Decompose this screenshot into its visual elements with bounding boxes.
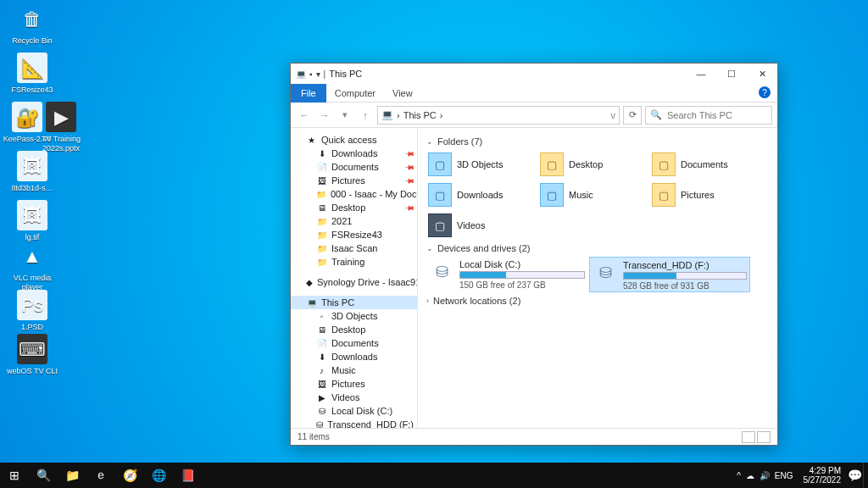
desktop-icon[interactable]: ▶TV Training 2022s.pptx <box>34 102 88 153</box>
tray-icon[interactable]: ^ <box>737 471 741 480</box>
nav-item[interactable]: ★Quick access <box>291 133 417 147</box>
tab-computer[interactable]: Computer <box>326 86 384 101</box>
group-label: Folders (7) <box>437 136 482 147</box>
tab-file[interactable]: File <box>291 84 326 103</box>
nav-item[interactable]: 📄Documents <box>291 336 417 350</box>
nav-item[interactable]: ⛁Transcend_HDD (F:) <box>291 418 417 428</box>
desktop-icon[interactable]: ⌨webOS TV CLI <box>5 334 59 376</box>
drive-free-space: 150 GB free of 237 GB <box>459 280 585 290</box>
search-box[interactable]: 🔍 <box>645 106 772 125</box>
content-pane[interactable]: ⌄Folders (7)▢3D Objects▢Desktop▢Document… <box>418 128 777 428</box>
folder-tile[interactable]: ▢Music <box>538 180 648 209</box>
tab-view[interactable]: View <box>384 86 421 101</box>
desktop-icon[interactable]: 📐FSResize43 <box>5 53 59 95</box>
nav-item[interactable]: 🖥Desktop📌 <box>291 201 417 214</box>
folder-tile[interactable]: ▢3D Objects <box>426 150 537 179</box>
taskbar-app-button[interactable]: 🔍 <box>29 463 58 488</box>
folder-tile[interactable]: ▢Desktop <box>538 150 648 179</box>
taskbar-app-button[interactable]: 🧭 <box>115 463 144 488</box>
taskbar-clock[interactable]: 4:29 PM 5/27/2022 <box>798 466 847 485</box>
notifications-button[interactable]: 💬 <box>846 463 863 488</box>
nav-item[interactable]: ▶Videos <box>291 391 417 404</box>
taskbar: ⊞ 🔍📁ｅ🧭🌐📕 ^☁🔊ENG 4:29 PM 5/27/2022 💬 <box>0 463 868 488</box>
address-sep: › <box>440 110 443 120</box>
recent-dropdown-icon[interactable]: ▾ <box>337 109 353 120</box>
folder-tile[interactable]: ▢Downloads <box>426 180 537 209</box>
desktop-icon[interactable]: 🗑Recycle Bin <box>5 3 59 46</box>
nav-item[interactable]: ⬇Downloads📌 <box>291 147 417 160</box>
desktop-icon[interactable]: 🖼8td3b1d-s… <box>5 151 59 193</box>
nav-item-label: 3D Objects <box>331 311 377 321</box>
view-tiles-button[interactable] <box>757 431 771 443</box>
folder-tile[interactable]: ▢Videos <box>426 211 537 240</box>
folder-tile[interactable]: ▢Documents <box>650 150 760 179</box>
nav-item[interactable]: 🖼Pictures📌 <box>291 174 417 187</box>
system-tray[interactable]: ^☁🔊ENG <box>732 471 798 480</box>
back-button[interactable]: ← <box>296 110 313 120</box>
taskbar-app-button[interactable]: 📕 <box>173 463 202 488</box>
help-icon[interactable]: ? <box>759 86 771 98</box>
nav-item[interactable]: 📁000 - Isaac - My Document📌 <box>291 187 417 201</box>
drive-icon: ⛁ <box>429 259 454 285</box>
forward-button[interactable]: → <box>316 110 333 120</box>
desktop-icon[interactable]: ▲VLC media player <box>5 241 59 292</box>
nav-item[interactable]: ⬇Downloads <box>291 350 417 363</box>
nav-item[interactable]: 💻This PC <box>291 296 417 309</box>
address-dropdown-icon[interactable]: v <box>611 110 616 120</box>
search-input[interactable] <box>665 109 767 121</box>
nav-item-label: Training <box>331 257 364 267</box>
drive-tile[interactable]: ⛁ Transcend_HDD (F:) 528 GB free of 931 … <box>589 257 750 292</box>
nav-item-icon: 🖼 <box>316 380 327 389</box>
drive-tile[interactable]: ⛁ Local Disk (C:) 150 GB free of 237 GB <box>426 257 587 292</box>
nav-item[interactable]: 📄Documents📌 <box>291 160 417 174</box>
refresh-button[interactable]: ⟳ <box>623 106 642 125</box>
folder-label: 3D Objects <box>457 159 503 169</box>
nav-item[interactable]: 🖼Pictures <box>291 377 417 391</box>
desktop-icon[interactable]: 🖼lg.tif <box>5 200 59 242</box>
desktop-icon[interactable]: Ps1.PSD <box>5 290 59 332</box>
group-netloc[interactable]: ›Network locations (2) <box>426 296 769 306</box>
breadcrumb[interactable]: This PC <box>403 110 437 120</box>
tray-icon[interactable]: 🔊 <box>760 471 770 480</box>
group-drives[interactable]: ⌄Devices and drives (2) <box>426 243 769 253</box>
nav-item[interactable]: ▫3D Objects <box>291 309 417 323</box>
search-icon: 🔍 <box>650 109 662 120</box>
group-label: Network locations (2) <box>433 296 520 306</box>
tray-icon[interactable]: ☁ <box>746 471 754 480</box>
titlebar[interactable]: 💻 ▪ ▾ | This PC — ☐ ✕ <box>291 64 777 84</box>
ribbon: File Computer View ? <box>291 84 777 103</box>
nav-item-icon: 🖥 <box>316 203 327 213</box>
nav-item[interactable]: ♪Music <box>291 363 417 377</box>
nav-item-label: Downloads <box>331 352 377 362</box>
navigation-row: ← → ▾ ↑ 💻 › This PC › v ⟳ 🔍 <box>291 103 777 128</box>
tray-icon[interactable]: ENG <box>775 471 793 480</box>
close-button[interactable]: ✕ <box>747 64 777 84</box>
maximize-button[interactable]: ☐ <box>716 64 747 84</box>
nav-item[interactable]: ◆Synology Drive - Isaac918NAS <box>291 275 417 289</box>
desktop-icon-label: webOS TV CLI <box>5 367 59 376</box>
up-button[interactable]: ↑ <box>357 110 374 120</box>
folder-tile[interactable]: ▢Pictures <box>650 180 760 209</box>
desktop-icon-label: 8td3b1d-s… <box>5 184 59 193</box>
nav-item[interactable]: 📁FSResize43 <box>291 228 417 241</box>
nav-item[interactable]: 🖥Desktop <box>291 323 417 336</box>
qat-dropdown-icon[interactable]: ▾ <box>316 69 320 79</box>
view-details-button[interactable] <box>742 431 755 443</box>
qat-divider: | <box>324 69 326 79</box>
nav-item[interactable]: 📁Isaac Scan <box>291 241 417 255</box>
taskbar-app-button[interactable]: 🌐 <box>144 463 173 488</box>
address-bar[interactable]: 💻 › This PC › v <box>377 106 620 125</box>
minimize-button[interactable]: — <box>686 64 716 84</box>
nav-item[interactable]: 📁Training <box>291 255 417 269</box>
show-desktop-button[interactable] <box>863 463 868 488</box>
drive-label: Transcend_HDD (F:) <box>623 260 747 270</box>
navigation-pane[interactable]: ★Quick access⬇Downloads📌📄Documents📌🖼Pict… <box>291 128 418 428</box>
group-folders[interactable]: ⌄Folders (7) <box>426 136 769 147</box>
nav-item[interactable]: ⛁Local Disk (C:) <box>291 404 417 418</box>
nav-item-label: Pictures <box>331 379 365 389</box>
taskbar-app-button[interactable]: ｅ <box>86 463 115 488</box>
taskbar-app-button[interactable]: 📁 <box>58 463 86 488</box>
start-button[interactable]: ⊞ <box>0 463 29 488</box>
nav-item-icon: 📁 <box>316 244 327 253</box>
nav-item[interactable]: 📁2021 <box>291 214 417 228</box>
